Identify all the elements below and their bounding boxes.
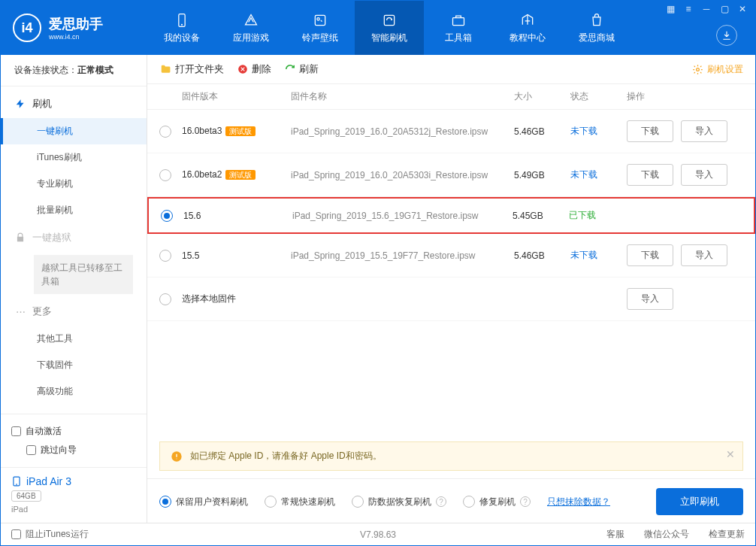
svg-point-7 — [17, 484, 17, 485]
flash-now-button[interactable]: 立即刷机 — [656, 488, 743, 515]
th-status: 状态 — [570, 90, 627, 103]
opt-label: 修复刷机 — [479, 496, 516, 508]
side-group-more[interactable]: ⋯ 更多 — [1, 297, 147, 326]
status-mode: 正常模式 — [77, 65, 113, 75]
menu1-icon[interactable]: ▦ — [662, 2, 679, 16]
sidebar-item-advanced[interactable]: 高级功能 — [1, 378, 147, 405]
import-button[interactable]: 导入 — [627, 288, 673, 310]
cell-ops: 下载导入 — [627, 244, 743, 266]
nav-item-1[interactable]: 应用游戏 — [216, 1, 286, 55]
cell-size: 5.46GB — [514, 126, 570, 137]
skip-guide-label: 跳过向导 — [41, 444, 77, 457]
footer: 阻止iTunes运行 V7.98.63 客服 微信公众号 检查更新 — [1, 523, 755, 545]
download-button[interactable]: 下载 — [627, 164, 673, 186]
cell-status: 未下载 — [570, 168, 627, 181]
nav-icon — [588, 12, 605, 29]
download-button[interactable]: 下载 — [627, 244, 673, 266]
delete-button[interactable]: 删除 — [237, 62, 271, 76]
download-center-icon[interactable] — [716, 25, 737, 46]
sidebar-item-other[interactable]: 其他工具 — [1, 326, 147, 352]
nav-label: 智能刷机 — [371, 32, 407, 44]
cell-size: 5.46GB — [514, 250, 570, 261]
logo-text: 爱思助手 www.i4.cn — [49, 15, 103, 41]
th-version: 固件版本 — [182, 90, 291, 103]
svg-point-3 — [317, 17, 319, 20]
settings-label: 刷机设置 — [707, 63, 743, 76]
firmware-row[interactable]: 15.6iPad_Spring_2019_15.6_19G71_Restore.… — [147, 197, 755, 234]
opt-antirecover[interactable]: 防数据恢复刷机? — [352, 496, 446, 508]
footer-link-cs[interactable]: 客服 — [606, 528, 624, 541]
menu2-icon[interactable]: ≡ — [680, 2, 697, 16]
device-info: iPad Air 3 64GB iPad — [1, 467, 147, 523]
footer-link-update[interactable]: 检查更新 — [709, 528, 745, 541]
cell-version: 15.5 — [182, 250, 291, 261]
opt-keep-data[interactable]: 保留用户资料刷机 — [159, 496, 248, 508]
import-button[interactable]: 导入 — [681, 244, 727, 266]
nav-label: 铃声壁纸 — [302, 32, 338, 44]
nav-item-3[interactable]: 智能刷机 — [355, 1, 424, 55]
th-name: 固件名称 — [291, 90, 514, 103]
nav-label: 应用游戏 — [233, 32, 269, 44]
opt-repair[interactable]: 修复刷机? — [463, 496, 531, 508]
block-itunes-checkbox[interactable]: 阻止iTunes运行 — [11, 525, 89, 544]
nav-item-5[interactable]: 教程中心 — [493, 1, 562, 55]
download-button[interactable]: 下载 — [627, 120, 673, 142]
sidebar-item-pro[interactable]: 专业刷机 — [1, 171, 147, 197]
svg-rect-5 — [453, 17, 464, 25]
close-icon[interactable]: ✕ — [734, 2, 751, 16]
firmware-row[interactable]: 16.0beta3测试版iPad_Spring_2019_16.0_20A531… — [147, 110, 755, 153]
lock-icon — [14, 232, 26, 244]
row-radio[interactable] — [159, 169, 171, 181]
row-radio[interactable] — [159, 250, 171, 262]
nav-item-4[interactable]: 工具箱 — [424, 1, 493, 55]
row-radio[interactable] — [161, 210, 173, 222]
cell-version: 16.0beta3测试版 — [182, 126, 291, 137]
erase-link[interactable]: 只想抹除数据？ — [547, 496, 610, 508]
firmware-row[interactable]: 16.0beta2测试版iPad_Spring_2019_16.0_20A530… — [147, 153, 755, 197]
flash-settings-button[interactable]: 刷机设置 — [692, 63, 743, 76]
sidebar-item-batch[interactable]: 批量刷机 — [1, 197, 147, 223]
minimize-icon[interactable]: ─ — [698, 2, 715, 16]
maximize-icon[interactable]: ▢ — [716, 2, 733, 16]
firmware-row[interactable]: 选择本地固件导入 — [147, 278, 755, 321]
sidebar: 设备连接状态：正常模式 刷机 一键刷机 iTunes刷机 专业刷机 批量刷机 一… — [1, 55, 147, 523]
main: 设备连接状态：正常模式 刷机 一键刷机 iTunes刷机 专业刷机 批量刷机 一… — [1, 55, 755, 523]
radio-icon — [463, 496, 475, 508]
cell-version: 15.6 — [183, 211, 292, 221]
notice-bar: 如已绑定 Apple ID，请准备好 Apple ID和密码。 ✕ — [159, 441, 743, 471]
device-capacity: 64GB — [11, 490, 41, 502]
more-icon: ⋯ — [14, 305, 26, 317]
sidebar-item-oneclick[interactable]: 一键刷机 — [1, 118, 147, 144]
import-button[interactable]: 导入 — [681, 120, 727, 142]
sidebar-item-download[interactable]: 下载固件 — [1, 352, 147, 378]
help-icon[interactable]: ? — [436, 496, 446, 507]
refresh-button[interactable]: 刷新 — [285, 62, 319, 76]
nav-icon — [381, 12, 398, 29]
content: 打开文件夹 删除 刷新 刷机设置 固件版本 固件名称 大小 状态 操作 — [147, 55, 755, 523]
import-button[interactable]: 导入 — [681, 164, 727, 186]
row-radio[interactable] — [159, 293, 171, 305]
nav-item-6[interactable]: 爱思商城 — [562, 1, 631, 55]
th-size: 大小 — [514, 90, 570, 103]
refresh-icon — [285, 64, 295, 74]
device-name-row: iPad Air 3 — [11, 475, 136, 487]
gear-icon — [692, 64, 703, 75]
side-group-flash[interactable]: 刷机 — [1, 89, 147, 118]
firmware-row[interactable]: 15.5iPad_Spring_2019_15.5_19F77_Restore.… — [147, 234, 755, 278]
app-header: i4 爱思助手 www.i4.cn 我的设备应用游戏铃声壁纸智能刷机工具箱教程中… — [1, 1, 755, 55]
footer-link-wechat[interactable]: 微信公众号 — [644, 528, 689, 541]
nav-item-2[interactable]: 铃声壁纸 — [286, 1, 355, 55]
opt-normal[interactable]: 常规快速刷机 — [265, 496, 335, 508]
row-radio[interactable] — [159, 126, 171, 138]
help-icon[interactable]: ? — [520, 496, 531, 507]
skip-guide-checkbox[interactable]: 跳过向导 — [26, 441, 77, 460]
svg-rect-4 — [384, 15, 394, 25]
opt-label: 常规快速刷机 — [281, 496, 335, 508]
nav-item-0[interactable]: 我的设备 — [147, 1, 216, 55]
side-bottom: 自动激活 跳过向导 — [1, 414, 147, 467]
sidebar-item-itunes[interactable]: iTunes刷机 — [1, 144, 147, 171]
auto-activate-checkbox[interactable]: 自动激活 — [11, 422, 136, 441]
open-folder-button[interactable]: 打开文件夹 — [159, 62, 224, 76]
logo-icon: i4 — [13, 14, 41, 42]
notice-close-icon[interactable]: ✕ — [726, 448, 735, 460]
